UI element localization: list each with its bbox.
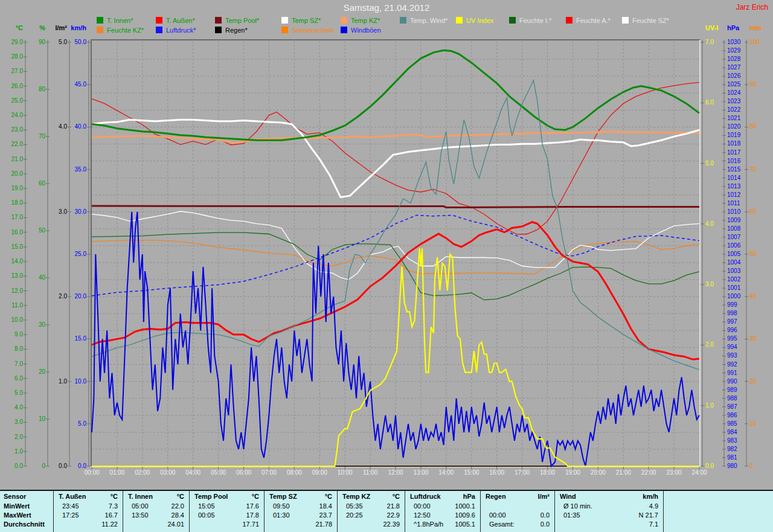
- axis-tick-label-%: 70: [0, 133, 45, 140]
- stat-col-unit: °C: [111, 492, 118, 501]
- axis-tick-label-%: 30: [0, 321, 45, 328]
- stat-value: 17.71: [242, 520, 259, 528]
- axis-tick-label-hPa: 1026: [727, 72, 740, 80]
- axis-tick-label-hPa: 1011: [727, 200, 740, 207]
- axis-tick-label-hPa: 984: [727, 429, 737, 436]
- time-label: 02:00: [129, 469, 156, 476]
- axis-tick-label-hPa: 1018: [727, 140, 740, 147]
- axis-tick-label-min: 70: [749, 166, 756, 173]
- axis-tick-label-hPa: 1002: [727, 276, 740, 283]
- axis-tick-label-hPa: 1004: [727, 259, 740, 266]
- time-label: 18:00: [534, 469, 561, 476]
- stat-col-name: Temp SZ: [269, 492, 297, 501]
- axis-tick-label-°C: 27.0: [0, 68, 23, 75]
- axis-tick-label-km/h: 5.0: [0, 420, 86, 428]
- stat-value: 17.6: [246, 502, 259, 510]
- axis-tick-label-min: 50: [749, 251, 756, 258]
- axis-tick-label-°C: 5.0: [0, 389, 23, 397]
- axis-tick-label-min: 0: [749, 463, 753, 470]
- axis-tick-label-km/h: 50.0: [0, 39, 86, 46]
- axis-tick-label-°C: 18.0: [0, 199, 23, 207]
- axis-tick-label-hPa: 996: [727, 327, 737, 334]
- axis-tick-label-hPa: 1001: [727, 284, 740, 292]
- axis-tick-label-km/h: 30.0: [0, 208, 86, 216]
- axis-tick-label-hPa: 1014: [727, 175, 740, 182]
- axis-tick-label-hPa: 1021: [727, 115, 740, 122]
- stat-value: 18.4: [319, 502, 332, 510]
- stat-value: 7.3: [109, 502, 118, 510]
- axis-tick-label-°C: 14.0: [0, 258, 23, 265]
- axis-tick-label-hPa: 999: [727, 301, 737, 309]
- time-label: 17:00: [509, 469, 536, 476]
- axis-tick-label-UV-I: 4.0: [705, 220, 714, 228]
- axis-tick-label-km/h: 25.0: [0, 251, 86, 258]
- axis-tick-label-UV-I: 3.0: [705, 281, 714, 288]
- axis-tick-label-min: 80: [749, 123, 756, 130]
- axis-tick-label-°C: 21.0: [0, 156, 23, 163]
- axis-tick-label-hPa: 1029: [727, 47, 740, 54]
- axis-tick-label-°C: 4.0: [0, 404, 23, 411]
- axis-tick-label-UV-I: 2.0: [705, 341, 714, 348]
- stat-col-name: Regen: [486, 492, 506, 501]
- time-label: 11:00: [357, 469, 383, 476]
- axis-tick-label-hPa: 993: [727, 352, 737, 359]
- stat-time: 17:25: [62, 511, 79, 519]
- axis-tick-label-km/h: 15.0: [0, 335, 86, 342]
- axis-tick-label-km/h: 35.0: [0, 166, 86, 173]
- axis-tick-label-hPa: 1005: [727, 251, 740, 258]
- stat-time: 09:50: [273, 502, 290, 510]
- stat-value: 4.9: [649, 502, 658, 510]
- stat-time: 05:35: [346, 502, 363, 510]
- axis-tick-label-UV-I: 7.0: [705, 39, 714, 46]
- stat-value: 23.7: [319, 511, 332, 519]
- axis-tick-label-hPa: 990: [727, 378, 737, 385]
- axis-tick-label-°C: 22.0: [0, 141, 23, 148]
- stats-col-temp-pool: Temp Pool°C15:0517.600:0517.817.71: [189, 491, 264, 532]
- axis-tick-label-hPa: 1013: [727, 183, 740, 190]
- stat-col-name: T. Innen: [128, 492, 153, 501]
- time-label: 01:00: [104, 469, 130, 476]
- axis-tick-label-%: 40: [0, 274, 45, 281]
- axis-tick-label-°C: 15.0: [0, 243, 23, 251]
- stats-col-wind: Windkm/hØ 10 min.4.901:35N 21.77.1: [554, 491, 663, 532]
- axis-tick-label-hPa: 1012: [727, 191, 740, 199]
- time-label: 04:00: [180, 469, 207, 476]
- axis-tick-label-km/h: 10.0: [0, 378, 86, 385]
- stat-col-unit: hPa: [463, 492, 475, 501]
- stat-time: 01:35: [563, 511, 580, 519]
- axis-tick-label-°C: 1.0: [0, 448, 23, 455]
- stats-col-regen: Regenl/m²00:000.0Gesamt:0.0: [480, 491, 554, 532]
- stat-value: 0.0: [540, 520, 550, 528]
- axis-tick-label-hPa: 1003: [727, 268, 740, 275]
- axis-tick-label-°C: 24.0: [0, 112, 23, 119]
- axis-tick-label-hPa: 991: [727, 370, 737, 377]
- axis-tick-label-hPa: 1027: [727, 64, 740, 71]
- stat-col-name: Temp KZ: [342, 492, 370, 501]
- axis-tick-label-hPa: 1007: [727, 234, 740, 241]
- axis-tick-label-hPa: 1030: [727, 39, 740, 46]
- time-label: 05:00: [205, 469, 232, 476]
- stat-time: Ø 10 min.: [563, 502, 592, 510]
- axis-tick-label-hPa: 1028: [727, 56, 740, 63]
- axis-tick-label-hPa: 1000: [727, 293, 740, 300]
- axis-tick-label-min: 30: [749, 335, 756, 342]
- axis-tick-label-%: 50: [0, 227, 45, 234]
- stat-value: 21.8: [387, 502, 400, 510]
- axis-tick-label-hPa: 988: [727, 395, 737, 402]
- time-label: 07:00: [255, 469, 282, 476]
- stats-col-temp-kz: Temp KZ°C05:3521.820:2522.922.39: [337, 491, 405, 532]
- axis-tick-label-hPa: 1019: [727, 132, 740, 139]
- stat-row-label: MaxWert: [4, 511, 31, 519]
- stat-time: 01:30: [273, 511, 290, 519]
- axis-tick-label-°C: 7.0: [0, 361, 23, 368]
- axis-tick-label-hPa: 998: [727, 310, 737, 317]
- stats-col-temp-sz: Temp SZ°C09:5018.401:3023.721.78: [264, 491, 337, 532]
- chart-plot-area[interactable]: [0, 0, 773, 489]
- stat-time: 12:50: [414, 511, 431, 519]
- time-label: 19:00: [559, 469, 586, 476]
- axis-tick-label-hPa: 1009: [727, 217, 740, 224]
- time-label: 13:00: [408, 469, 434, 476]
- axis-tick-label-°C: 25.0: [0, 97, 23, 104]
- stat-time: 00:05: [198, 511, 215, 519]
- axis-tick-label-°C: 11.0: [0, 302, 23, 309]
